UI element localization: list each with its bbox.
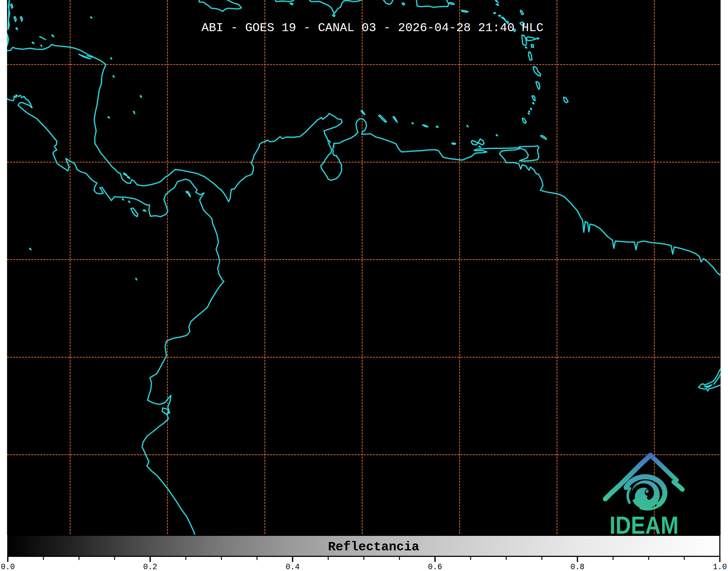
svg-text:1.0: 1.0	[713, 563, 727, 571]
svg-text:0.8: 0.8	[571, 563, 585, 571]
svg-text:0.2: 0.2	[143, 563, 157, 571]
svg-text:ABI - GOES 19 - CANAL 03 - 202: ABI - GOES 19 - CANAL 03 - 2026-04-28 21…	[202, 21, 544, 35]
svg-text:0.0: 0.0	[1, 563, 15, 571]
svg-text:0.4: 0.4	[286, 563, 300, 571]
svg-text:0.6: 0.6	[428, 563, 442, 571]
svg-text:Reflectancia: Reflectancia	[328, 540, 419, 554]
